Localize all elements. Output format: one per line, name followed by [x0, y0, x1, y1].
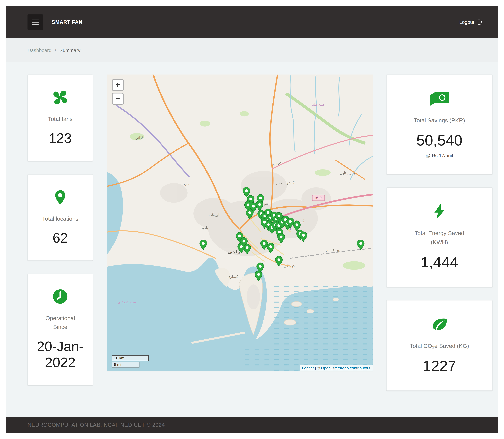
- map-label: گڈانی: [135, 136, 143, 140]
- road-badge-m9: M-9: [312, 195, 324, 201]
- footer: NEUROCOMPUTATION LAB, NCAI, NED UET © 20…: [6, 417, 498, 433]
- breadcrumb-separator: /: [55, 47, 56, 53]
- map-svg: M-9 گڈانیحبضلع ملیربحریہ ٹاؤنگڈاپگلشن مع…: [106, 74, 373, 371]
- stat-label: Operational Since: [41, 314, 80, 332]
- breadcrumb-dashboard-link[interactable]: Dashboard: [27, 47, 52, 53]
- map-label: حب: [184, 182, 190, 186]
- stat-card-total-savings: Total Savings (PKR) 50,540 @ Rs.17/unit: [386, 74, 493, 174]
- money-icon: [392, 89, 487, 108]
- scale-mi: 5 mi: [112, 362, 139, 367]
- breadcrumb-current-page: Summary: [60, 47, 80, 53]
- breadcrumb: Dashboard / Summary: [6, 38, 498, 62]
- map-label: کورنگی: [284, 264, 295, 268]
- stat-value: 123: [31, 130, 89, 146]
- map[interactable]: M-9 گڈانیحبضلع ملیربحریہ ٹاؤنگڈاپگلشن مع…: [106, 74, 373, 371]
- osm-link[interactable]: OpenStreetMap contributors: [321, 366, 370, 370]
- footer-text: NEUROCOMPUTATION LAB, NCAI, NED UET © 20…: [27, 422, 165, 428]
- stat-card-co2-saved: Total CO₂e Saved (KG) 1227: [386, 300, 493, 391]
- page-frame: SMART FAN Logout Dashboard / Summary: [6, 6, 498, 433]
- fan-icon: [31, 88, 89, 107]
- left-stats-column: Total fans 123 Total locations 62: [27, 74, 93, 417]
- logout-icon: [477, 19, 483, 25]
- hamburger-icon: [32, 19, 39, 20]
- map-label: ضلع ملیر: [310, 102, 324, 107]
- stat-value: 1227: [392, 357, 487, 375]
- stat-value: 62: [31, 230, 89, 246]
- svg-text:M-9: M-9: [315, 196, 321, 200]
- map-sea-texture: [244, 346, 286, 366]
- app: SMART FAN Logout Dashboard / Summary: [0, 0, 504, 439]
- map-label: بلدیہ: [202, 226, 208, 230]
- right-stats-column: Total Savings (PKR) 50,540 @ Rs.17/unit …: [386, 74, 493, 417]
- map-label: کیماڑی: [227, 275, 238, 279]
- stat-label: Total Savings (PKR): [407, 116, 472, 125]
- location-pin-icon: [31, 188, 89, 207]
- header: SMART FAN Logout: [6, 6, 498, 38]
- stat-label: Total CO₂e Saved (KG): [407, 342, 472, 351]
- stat-card-energy-saved: Total Energy Saved (KWH) 1,444: [386, 187, 493, 287]
- leaflet-link[interactable]: Leaflet: [302, 366, 314, 370]
- logout-label: Logout: [459, 19, 474, 25]
- stat-value: 50,540: [392, 131, 487, 149]
- app-title: SMART FAN: [52, 19, 82, 25]
- attribution: Leaflet | © OpenStreetMap contributors: [300, 365, 373, 371]
- map-label: بحریہ ٹاؤن: [339, 171, 355, 175]
- stat-card-total-locations: Total locations 62: [27, 174, 93, 261]
- map-label: گلشن معمار: [275, 181, 294, 185]
- map-label: ضلع کیماڑی: [118, 300, 136, 304]
- stat-card-total-fans: Total fans 123: [27, 74, 93, 161]
- map-label: اورنگی: [209, 212, 219, 217]
- energy-bolt-icon: [392, 202, 487, 221]
- main-content: Total fans 123 Total locations 62: [6, 62, 498, 417]
- zoom-in-button[interactable]: +: [112, 79, 123, 91]
- map-label: گڈاپ: [273, 162, 281, 166]
- logout-button[interactable]: Logout: [459, 19, 483, 25]
- stat-label: Total Energy Saved (KWH): [407, 229, 472, 247]
- stat-card-operational-since: Operational Since 20-Jan-2022: [27, 274, 93, 385]
- leaf-icon: [392, 315, 487, 334]
- map-sea-texture: [272, 285, 373, 371]
- zoom-control: + −: [112, 79, 123, 105]
- zoom-out-button[interactable]: −: [112, 93, 123, 105]
- stat-label: Total locations: [41, 214, 80, 223]
- scale-km: 10 km: [112, 355, 148, 361]
- clock-icon: [31, 287, 89, 306]
- stat-subtext: @ Rs.17/unit: [392, 153, 487, 159]
- stat-value: 20-Jan-2022: [31, 338, 89, 371]
- attribution-divider: |: [315, 366, 316, 370]
- stat-value: 1,444: [392, 253, 487, 271]
- hamburger-menu-button[interactable]: [27, 14, 43, 30]
- map-label: بن قاسم: [326, 248, 339, 252]
- stat-label: Total fans: [41, 115, 80, 124]
- attribution-copyright: ©: [317, 366, 320, 370]
- scale-control: 10 km 5 mi: [112, 355, 148, 367]
